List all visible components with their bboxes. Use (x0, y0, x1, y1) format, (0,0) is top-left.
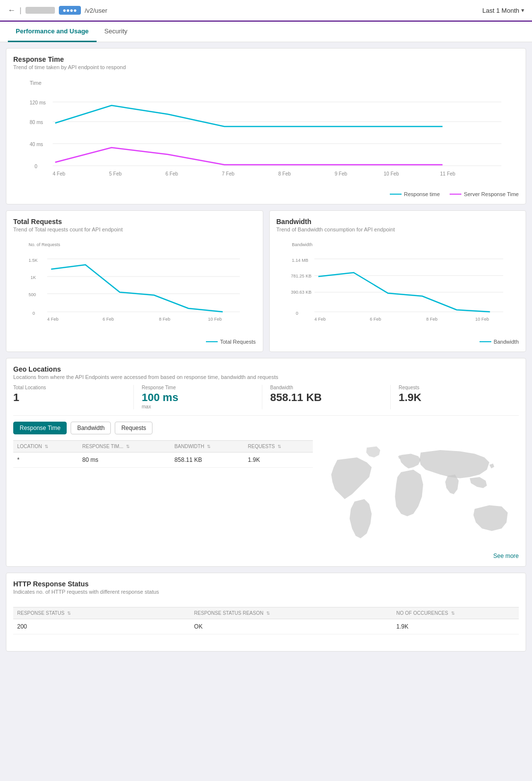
geo-cell-requests: 1.9K (244, 453, 313, 468)
svg-text:8 Feb: 8 Feb (426, 317, 437, 322)
back-button[interactable]: ← (8, 6, 16, 15)
sort-icon: ⇅ (266, 611, 270, 616)
table-row: * 80 ms 858.11 KB 1.9K (13, 453, 313, 468)
geo-stats: Total Locations 1 Response Time 100 ms m… (13, 385, 519, 416)
http-col-reason: RESPONSE STATUS REASON ⇅ (190, 607, 392, 619)
legend-response-time: Response time (390, 191, 440, 197)
separator: | (20, 6, 22, 14)
breadcrumb-path: /v2/user (85, 7, 107, 14)
svg-text:781.25 KB: 781.25 KB (291, 274, 311, 278)
geo-stat-requests-label: Requests (399, 385, 511, 390)
geo-filter-buttons: Response Time Bandwidth Requests (13, 422, 519, 434)
svg-text:9 Feb: 9 Feb (335, 171, 348, 176)
response-time-card: Response Time Trend of time taken by API… (6, 48, 526, 204)
geo-stat-locations: Total Locations 1 (13, 385, 134, 409)
geo-btn-response-time[interactable]: Response Time (13, 422, 67, 434)
svg-text:6 Feb: 6 Feb (166, 171, 178, 176)
legend-total-requests-label: Total Requests (220, 339, 256, 345)
geo-table: LOCATION ⇅ RESPONSE TIM... ⇅ BANDWIDTH ⇅ (13, 440, 313, 468)
bandwidth-svg: Bandwidth 1.14 MB 781.25 KB 390.63 KB 0 … (277, 237, 519, 335)
world-map (318, 440, 514, 548)
geo-col-response: RESPONSE TIM... ⇅ (78, 441, 171, 453)
chevron-down-icon: ▾ (521, 7, 524, 14)
bandwidth-line-icon (480, 341, 491, 342)
bandwidth-legend: Bandwidth (277, 339, 519, 345)
total-requests-svg: No. of Requests 1.5K 1K 500 0 4 Feb 6 Fe… (13, 237, 256, 335)
http-col-status: RESPONSE STATUS ⇅ (13, 607, 190, 619)
geo-col-bandwidth: BANDWIDTH ⇅ (171, 441, 244, 453)
geo-subtitle: Locations from where the API Endpoints w… (13, 374, 519, 380)
main-tabs: Performance and Usage Security (8, 22, 524, 42)
legend-bandwidth-label: Bandwidth (494, 339, 519, 345)
svg-text:4 Feb: 4 Feb (314, 317, 326, 322)
breadcrumb-tag: ●●●● (59, 6, 81, 15)
http-table-header-row: RESPONSE STATUS ⇅ RESPONSE STATUS REASON… (13, 607, 519, 619)
geo-cell-bandwidth: 858.11 KB (171, 453, 244, 468)
geo-content: LOCATION ⇅ RESPONSE TIM... ⇅ BANDWIDTH ⇅ (13, 440, 519, 548)
geo-title: Geo Locations (13, 365, 519, 373)
geo-btn-requests[interactable]: Requests (115, 422, 152, 434)
response-time-chart-container: Time 120 ms 80 ms 40 ms 0 4 Feb 5 Feb 6 … (13, 75, 519, 197)
breadcrumb-blur (25, 7, 55, 14)
date-range-label: Last 1 Month (482, 7, 519, 14)
date-range-selector[interactable]: Last 1 Month ▾ (482, 7, 524, 14)
svg-text:6 Feb: 6 Feb (102, 317, 114, 322)
geo-stat-response-sub: max (142, 404, 254, 409)
http-col-occurrences: NO OF OCCURENCES ⇅ (392, 607, 519, 619)
geo-stat-bandwidth-value: 858.11 KB (270, 391, 382, 404)
total-requests-title: Total Requests (13, 218, 256, 226)
top-bar: ← | ●●●● /v2/user Last 1 Month ▾ (0, 0, 532, 22)
http-response-table: RESPONSE STATUS ⇅ RESPONSE STATUS REASON… (13, 607, 519, 634)
svg-text:500: 500 (28, 292, 36, 297)
sort-icon: ⇅ (126, 444, 130, 449)
response-time-legend: Response time Server Response Time (13, 191, 519, 197)
response-time-title: Response Time (13, 55, 519, 63)
http-response-title: HTTP Response Status (13, 580, 519, 588)
geo-stat-response: Response Time 100 ms max (134, 385, 262, 409)
sort-icon: ⇅ (451, 611, 455, 616)
response-time-subtitle: Trend of time taken by API endpoint to r… (13, 64, 519, 70)
svg-text:1.14 MB: 1.14 MB (292, 258, 308, 263)
bandwidth-card: Bandwidth Trend of Bandwidth consumption… (269, 210, 527, 352)
svg-text:120 ms: 120 ms (30, 100, 46, 105)
geo-stat-bandwidth-label: Bandwidth (270, 385, 382, 390)
svg-text:0: 0 (32, 311, 35, 316)
geo-cell-location: * (13, 453, 78, 468)
total-requests-line-icon (206, 341, 218, 342)
charts-row: Total Requests Trend of Total requests c… (6, 210, 526, 352)
svg-text:10 Feb: 10 Feb (208, 317, 222, 322)
svg-text:0: 0 (296, 311, 298, 316)
tab-performance[interactable]: Performance and Usage (8, 22, 97, 42)
response-time-svg: Time 120 ms 80 ms 40 ms 0 4 Feb 5 Feb 6 … (13, 75, 519, 188)
svg-text:40 ms: 40 ms (30, 142, 43, 147)
geo-cell-response: 80 ms (78, 453, 171, 468)
geo-table-header-row: LOCATION ⇅ RESPONSE TIM... ⇅ BANDWIDTH ⇅ (13, 441, 313, 453)
bandwidth-subtitle: Trend of Bandwidth consumption for API e… (277, 227, 519, 232)
svg-text:6 Feb: 6 Feb (370, 317, 381, 322)
svg-text:10 Feb: 10 Feb (384, 171, 400, 176)
see-more-link[interactable]: See more (493, 553, 519, 559)
legend-total-requests: Total Requests (206, 339, 256, 345)
bandwidth-title: Bandwidth (277, 218, 519, 226)
geo-table-section: LOCATION ⇅ RESPONSE TIM... ⇅ BANDWIDTH ⇅ (13, 440, 313, 548)
total-requests-subtitle: Trend of Total requests count for API en… (13, 227, 256, 232)
sort-icon: ⇅ (45, 444, 49, 449)
geo-stat-requests: Requests 1.9K (391, 385, 519, 409)
geo-stat-locations-label: Total Locations (13, 385, 126, 390)
total-requests-card: Total Requests Trend of Total requests c… (6, 210, 263, 352)
total-requests-legend: Total Requests (13, 339, 256, 345)
sort-icon: ⇅ (67, 611, 71, 616)
svg-text:80 ms: 80 ms (30, 120, 43, 125)
svg-text:7 Feb: 7 Feb (222, 171, 235, 176)
svg-text:8 Feb: 8 Feb (279, 171, 291, 176)
http-cell-occurrences: 1.9K (392, 619, 519, 634)
geo-stat-bandwidth: Bandwidth 858.11 KB (262, 385, 391, 409)
table-row: 200 OK 1.9K (13, 619, 519, 634)
see-more[interactable]: See more (13, 548, 519, 559)
svg-text:4 Feb: 4 Feb (53, 171, 66, 176)
legend-server-response-time: Server Response Time (450, 191, 519, 197)
legend-response-time-label: Response time (404, 191, 440, 197)
tab-security[interactable]: Security (97, 22, 135, 42)
breadcrumb: ← | ●●●● /v2/user (8, 6, 107, 15)
geo-btn-bandwidth[interactable]: Bandwidth (71, 422, 111, 434)
